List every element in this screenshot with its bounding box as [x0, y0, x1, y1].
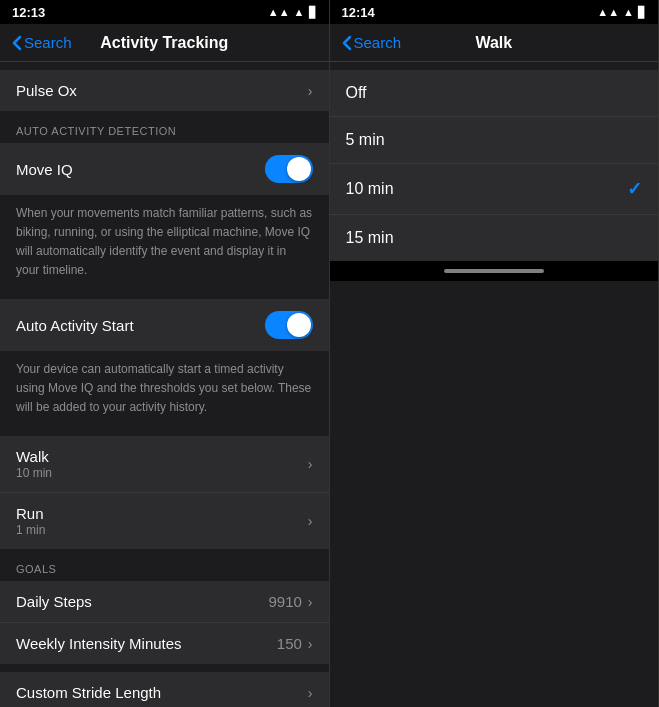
- walk-option-row[interactable]: 15 min: [330, 215, 659, 261]
- auto-activity-start-row[interactable]: Auto Activity Start: [0, 299, 329, 351]
- custom-stride-row[interactable]: Custom Stride Length ›: [0, 672, 329, 707]
- custom-stride-chevron-icon: ›: [308, 685, 313, 701]
- daily-steps-row[interactable]: Daily Steps 9910 ›: [0, 581, 329, 623]
- nav-bar-right: Search Walk: [330, 24, 659, 62]
- toggle-knob: [287, 157, 311, 181]
- run-row[interactable]: Run 1 min ›: [0, 493, 329, 549]
- walk-row[interactable]: Walk 10 min ›: [0, 436, 329, 493]
- content-right: Off5 min10 min✓15 min: [330, 62, 659, 707]
- walk-label: Walk: [16, 448, 52, 465]
- move-iq-toggle[interactable]: [265, 155, 313, 183]
- walk-option-row[interactable]: Off: [330, 70, 659, 117]
- walk-subtitle: 10 min: [16, 466, 52, 480]
- time-right: 12:14: [342, 5, 375, 20]
- weekly-intensity-right: 150 ›: [277, 635, 313, 652]
- nav-bar-left: Search Activity Tracking: [0, 24, 329, 62]
- page-title-right: Walk: [475, 34, 512, 52]
- walk-option-row[interactable]: 5 min: [330, 117, 659, 164]
- auto-activity-start-description-row: Your device can automatically start a ti…: [0, 351, 329, 428]
- goals-section: Daily Steps 9910 › Weekly Intensity Minu…: [0, 581, 329, 664]
- daily-steps-right: 9910 ›: [268, 593, 312, 610]
- content-left: Pulse Ox › AUTO ACTIVITY DETECTION Move …: [0, 62, 329, 707]
- custom-stride-section: Custom Stride Length ›: [0, 672, 329, 707]
- status-bar-left: 12:13 ▲▲ ▲ ▊: [0, 0, 329, 24]
- move-iq-label: Move IQ: [16, 161, 73, 178]
- pulse-ox-chevron-icon: ›: [308, 83, 313, 99]
- back-chevron-icon: [12, 35, 22, 51]
- status-icons-right: ▲▲ ▲ ▊: [597, 6, 646, 19]
- auto-activity-start-description: Your device can automatically start a ti…: [16, 362, 311, 414]
- walk-option-label: 5 min: [346, 131, 385, 149]
- weekly-intensity-chevron-icon: ›: [308, 636, 313, 652]
- home-indicator: [330, 261, 659, 281]
- auto-activity-start-toggle[interactable]: [265, 311, 313, 339]
- run-subtitle: 1 min: [16, 523, 45, 537]
- weekly-intensity-label: Weekly Intensity Minutes: [16, 635, 182, 652]
- toggle-knob-2: [287, 313, 311, 337]
- move-iq-description: When your movements match familiar patte…: [16, 206, 312, 277]
- run-chevron-icon: ›: [308, 513, 313, 529]
- weekly-intensity-row[interactable]: Weekly Intensity Minutes 150 ›: [0, 623, 329, 664]
- goals-section-label: GOALS: [0, 549, 329, 581]
- status-icons-left: ▲▲ ▲ ▊: [268, 6, 317, 19]
- weekly-intensity-value: 150: [277, 635, 302, 652]
- walk-chevron-icon: ›: [308, 456, 313, 472]
- walk-option-row[interactable]: 10 min✓: [330, 164, 659, 215]
- left-panel: 12:13 ▲▲ ▲ ▊ Search Activity Tracking Pu…: [0, 0, 330, 707]
- home-bar: [444, 269, 544, 273]
- run-label: Run: [16, 505, 45, 522]
- custom-stride-label: Custom Stride Length: [16, 684, 161, 701]
- daily-steps-label: Daily Steps: [16, 593, 92, 610]
- pulse-ox-section: Pulse Ox ›: [0, 70, 329, 111]
- pulse-ox-label: Pulse Ox: [16, 82, 77, 99]
- page-title-left: Activity Tracking: [100, 34, 228, 52]
- auto-activity-start-label: Auto Activity Start: [16, 317, 134, 334]
- right-panel: 12:14 ▲▲ ▲ ▊ Search Walk Off5 min10 min✓…: [330, 0, 660, 707]
- auto-activity-section-label: AUTO ACTIVITY DETECTION: [0, 111, 329, 143]
- run-row-left: Run 1 min: [16, 505, 45, 537]
- move-iq-description-row: When your movements match familiar patte…: [0, 195, 329, 291]
- move-iq-section: Move IQ: [0, 143, 329, 195]
- walk-row-left: Walk 10 min: [16, 448, 52, 480]
- back-button-left[interactable]: Search: [12, 34, 72, 51]
- status-bar-right: 12:14 ▲▲ ▲ ▊: [330, 0, 659, 24]
- back-chevron-right-icon: [342, 35, 352, 51]
- back-button-right[interactable]: Search: [342, 34, 402, 51]
- move-iq-row[interactable]: Move IQ: [0, 143, 329, 195]
- walk-run-section: Walk 10 min › Run 1 min ›: [0, 436, 329, 549]
- back-label-left: Search: [24, 34, 72, 51]
- walk-option-label: Off: [346, 84, 367, 102]
- daily-steps-chevron-icon: ›: [308, 594, 313, 610]
- daily-steps-value: 9910: [268, 593, 301, 610]
- walk-options-section: Off5 min10 min✓15 min: [330, 70, 659, 261]
- walk-option-label: 10 min: [346, 180, 394, 198]
- auto-activity-start-section: Auto Activity Start: [0, 299, 329, 351]
- time-left: 12:13: [12, 5, 45, 20]
- selected-checkmark-icon: ✓: [627, 178, 642, 200]
- back-label-right: Search: [354, 34, 402, 51]
- pulse-ox-row[interactable]: Pulse Ox ›: [0, 70, 329, 111]
- walk-option-label: 15 min: [346, 229, 394, 247]
